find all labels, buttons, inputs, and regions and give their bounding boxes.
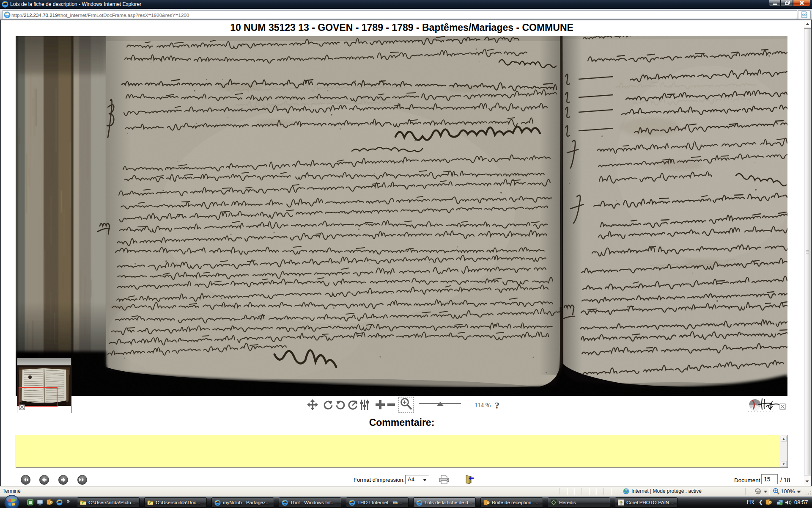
svg-text:?: ?: [495, 400, 499, 411]
svg-text:114 %: 114 %: [475, 402, 491, 409]
